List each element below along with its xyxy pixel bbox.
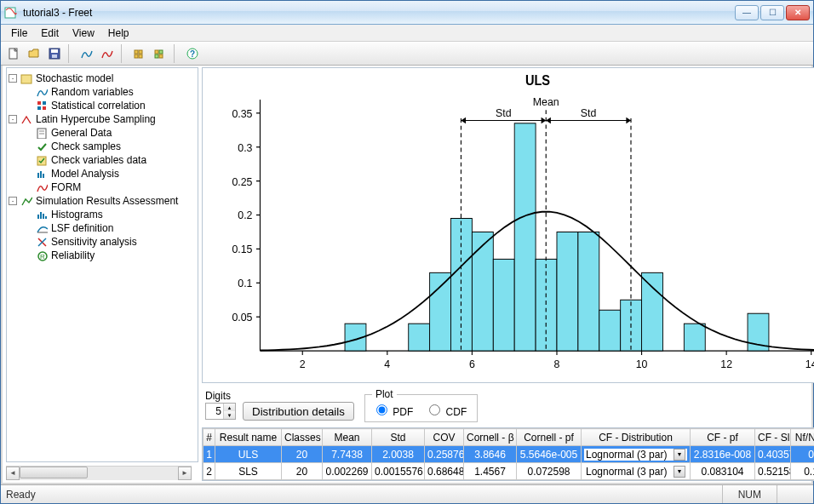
tree-toggle-icon[interactable]: -	[9, 115, 17, 123]
grid-cell[interactable]: 20	[282, 463, 323, 480]
tree-child[interactable]: Sensitivity analysis	[9, 235, 196, 249]
grid-cell[interactable]: 0.083104	[691, 463, 755, 480]
tree-child[interactable]: FORM	[9, 180, 196, 194]
grid-cell[interactable]: Lognormal (3 par)▼	[582, 463, 691, 480]
scroll-left-icon[interactable]: ◄	[6, 467, 20, 480]
grid-header[interactable]: Nf/Ntot	[791, 429, 815, 446]
tree-node[interactable]: -Latin Hypercube Sampling	[9, 112, 196, 126]
grid-cell[interactable]: 0.1	[791, 463, 815, 480]
open-file-button[interactable]	[25, 44, 43, 63]
grid-cell[interactable]: 5.5646e-005	[517, 446, 582, 463]
grid-header[interactable]: #	[204, 429, 215, 446]
tree-child[interactable]: RReliability	[9, 249, 196, 262]
digits-spinner[interactable]: ▲ ▼	[205, 403, 236, 420]
grid-cell[interactable]: 7.7438	[323, 446, 372, 463]
pdf-radio[interactable]: PDF	[372, 402, 413, 418]
tree-child[interactable]: Statistical correlation	[9, 99, 196, 112]
svg-text:12: 12	[720, 357, 732, 370]
grid-header[interactable]: Classes	[282, 429, 323, 446]
menu-edit[interactable]: Edit	[34, 26, 66, 41]
plot-group: Plot PDF CDF	[364, 388, 478, 422]
menu-help[interactable]: Help	[101, 26, 136, 41]
tree-node[interactable]: -Simulation Results Assessment	[9, 194, 196, 208]
grid-header[interactable]: COV	[425, 429, 464, 446]
tree-child[interactable]: Check samples	[9, 140, 196, 153]
tree-child[interactable]: Random variables	[9, 85, 196, 99]
tree-child[interactable]: Histograms	[9, 208, 196, 221]
distribution-dropdown[interactable]: Lognormal (3 par)▼	[584, 466, 687, 478]
grid-cell[interactable]: 2.0038	[372, 446, 425, 463]
chevron-down-icon[interactable]: ▼	[674, 466, 685, 478]
table-row[interactable]: 2SLS200.0022690.00155760.686481.45670.07…	[204, 463, 815, 480]
menu-view[interactable]: View	[66, 26, 101, 41]
right-pane: 0.050.10.150.20.250.30.352468101214MeanS…	[202, 67, 814, 481]
digits-input[interactable]	[206, 404, 223, 419]
toolbar: ?	[1, 42, 813, 66]
digits-down-icon[interactable]: ▼	[223, 411, 235, 419]
grid-cell[interactable]: 0.68648	[425, 463, 464, 480]
grid-header[interactable]: Cornell - pf	[517, 429, 582, 446]
grid-cell[interactable]: Lognormal (3 par)▼	[582, 446, 691, 463]
distribution-details-button[interactable]: Distribution details	[243, 402, 354, 421]
grid-cell[interactable]: 0.40357	[755, 446, 791, 463]
grid-cell[interactable]: 20	[282, 446, 323, 463]
new-file-button[interactable]	[4, 44, 23, 63]
grid-cell[interactable]: 2	[204, 463, 215, 480]
svg-text:0.15: 0.15	[232, 243, 252, 256]
tree-child[interactable]: Model Analysis	[9, 167, 196, 180]
scroll-thumb[interactable]	[20, 467, 88, 478]
tree-child[interactable]: Check variables data	[9, 153, 196, 167]
grid-cell[interactable]: 0.25876	[425, 446, 464, 463]
table-row[interactable]: 1ULS207.74382.00380.258763.86465.5646e-0…	[204, 446, 815, 463]
maximize-button[interactable]: ☐	[760, 5, 784, 20]
grid-cell[interactable]: 0	[791, 446, 815, 463]
tree-node[interactable]: -Stochastic model	[9, 72, 196, 85]
tree-child[interactable]: General Data	[9, 126, 196, 140]
chevron-down-icon[interactable]: ▼	[674, 449, 685, 461]
grid-cell[interactable]: SLS	[215, 463, 282, 480]
tree-hscrollbar[interactable]: ◄ ►	[6, 466, 192, 479]
grid-header[interactable]: Result name	[215, 429, 282, 446]
tree-pane[interactable]: -Stochastic modelRandom variablesStatist…	[6, 67, 198, 462]
plot-group-label: Plot	[372, 388, 397, 400]
cdf-radio[interactable]: CDF	[425, 402, 467, 418]
minimize-button[interactable]: —	[735, 5, 759, 20]
menu-file[interactable]: File	[4, 26, 34, 41]
grid-cell[interactable]: 0.52158	[755, 463, 791, 480]
grid-cell[interactable]: 3.8646	[464, 446, 517, 463]
grid-cell[interactable]: 0.072598	[517, 463, 582, 480]
grid-cell[interactable]: 0.0015576	[372, 463, 425, 480]
grid-b-button[interactable]	[151, 44, 169, 63]
svg-text:Std: Std	[581, 106, 597, 119]
grid-header[interactable]: Mean	[323, 429, 372, 446]
svg-rect-12	[159, 54, 163, 58]
status-ready: Ready	[6, 489, 36, 501]
help-button[interactable]: ?	[183, 44, 202, 63]
grid-a-button[interactable]	[130, 44, 149, 63]
tree-child[interactable]: LSF definition	[9, 221, 196, 235]
tree-label: FORM	[51, 181, 81, 193]
grid-header[interactable]: Std	[372, 429, 425, 446]
grid-header[interactable]: CF - Distribution	[582, 429, 691, 446]
grid-header[interactable]: CF - pf	[691, 429, 755, 446]
svg-text:0.1: 0.1	[238, 277, 252, 290]
svg-text:R: R	[40, 253, 45, 261]
run-analysis-button[interactable]	[98, 44, 117, 63]
grid-cell[interactable]: ULS	[215, 446, 282, 463]
grid-cell[interactable]: 0.002269	[323, 463, 372, 480]
scroll-track[interactable]	[20, 467, 178, 480]
grid-cell[interactable]: 1.4567	[464, 463, 517, 480]
digits-up-icon[interactable]: ▲	[223, 404, 235, 411]
tree-toggle-icon[interactable]: -	[9, 197, 17, 205]
save-file-button[interactable]	[45, 44, 64, 63]
grid-cell[interactable]: 1	[204, 446, 215, 463]
grid-header[interactable]: CF - Sl	[755, 429, 791, 446]
results-grid[interactable]: #Result nameClassesMeanStdCOVCornell - β…	[202, 427, 814, 481]
grid-cell[interactable]: 2.8316e-008	[691, 446, 755, 463]
run-sim-button[interactable]	[77, 44, 96, 63]
tree-toggle-icon[interactable]: -	[9, 74, 17, 83]
close-button[interactable]: ✕	[786, 5, 810, 20]
scroll-right-icon[interactable]: ►	[178, 467, 192, 480]
grid-header[interactable]: Cornell - β	[464, 429, 517, 446]
distribution-dropdown[interactable]: Lognormal (3 par)▼	[584, 449, 687, 461]
